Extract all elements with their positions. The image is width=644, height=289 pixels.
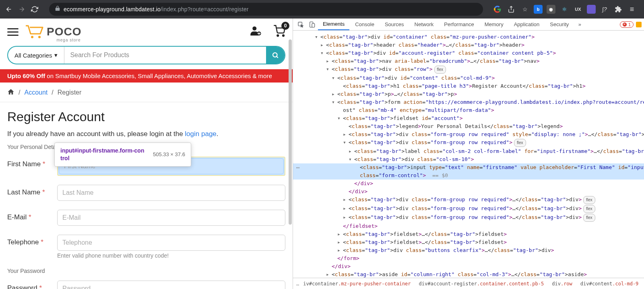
dom-line[interactable]: ▸<class="tag-br">fieldset>…</class="tag-… bbox=[293, 238, 644, 246]
breadcrumb-segment[interactable]: div#account-register.container.content.p… bbox=[419, 281, 544, 287]
dom-line[interactable]: ▾<class="tag-br">div id="account-registe… bbox=[293, 49, 644, 57]
login-page-link[interactable]: login page bbox=[185, 130, 216, 138]
tab-security[interactable]: Security bbox=[545, 19, 574, 30]
site-logo[interactable]: POCOmega store bbox=[25, 24, 81, 39]
dom-line[interactable]: ▸<class="tag-br">div class="form-group r… bbox=[293, 196, 644, 204]
tabs-overflow-icon[interactable]: » bbox=[574, 21, 585, 27]
page-scrollbar[interactable] bbox=[289, 39, 292, 225]
address-bar[interactable]: ecommerce-playground.lambdatest.io/index… bbox=[49, 3, 483, 16]
camera-icon[interactable]: ◉ bbox=[547, 5, 555, 14]
page-viewport: POCOmega store 0 All Categories▾ Upto 60… bbox=[0, 19, 293, 289]
ext-badge-1-icon[interactable]: b bbox=[534, 5, 543, 14]
telephone-input[interactable] bbox=[57, 235, 285, 251]
share-icon[interactable] bbox=[506, 4, 516, 14]
last-name-input[interactable] bbox=[57, 185, 285, 201]
dom-line[interactable]: </div> bbox=[293, 188, 644, 196]
tab-performance[interactable]: Performance bbox=[439, 19, 479, 30]
hamburger-menu[interactable] bbox=[7, 26, 19, 38]
dom-line[interactable]: ▸<class="tag-br">div class="form-group r… bbox=[293, 213, 644, 222]
dom-line[interactable]: ost" class="mb-4" enctype="multipart/for… bbox=[293, 106, 644, 114]
breadcrumb-segment[interactable]: div#content.col-md-9 bbox=[580, 281, 639, 287]
inspect-element-icon[interactable] bbox=[295, 21, 306, 28]
telephone-helper: Enter valid phone number with country co… bbox=[57, 252, 285, 259]
elements-tree[interactable]: ▾<class="tag-br">div id="container" clas… bbox=[293, 31, 644, 278]
svg-rect-9 bbox=[312, 23, 315, 27]
devtools-panel: Elements Console Sources Network Perform… bbox=[293, 19, 644, 289]
device-toggle-icon[interactable] bbox=[307, 21, 317, 28]
reload-button[interactable] bbox=[29, 4, 40, 15]
account-icon[interactable] bbox=[250, 25, 262, 39]
forward-button[interactable] bbox=[16, 4, 27, 15]
dom-line[interactable]: ▸<class="tag-br">header class="header">…… bbox=[293, 41, 644, 49]
label-email: E-Mail bbox=[7, 213, 27, 221]
dom-line[interactable]: ▾<class="tag-br">form action="https://ec… bbox=[293, 98, 644, 106]
dom-line[interactable]: <class="tag-br">input type="text" name="… bbox=[293, 163, 644, 171]
chevron-down-icon: ▾ bbox=[54, 52, 58, 59]
lock-icon bbox=[55, 6, 60, 13]
cart-button[interactable]: 0 bbox=[273, 25, 285, 39]
back-button[interactable] bbox=[3, 4, 14, 15]
email-input[interactable] bbox=[57, 210, 285, 226]
already-account-text: If you already have an account with us, … bbox=[7, 130, 285, 138]
tab-memory[interactable]: Memory bbox=[480, 19, 508, 30]
label-first-name: First Name bbox=[7, 160, 41, 168]
dom-line[interactable]: ▾<class="tag-br">div class="row">flex bbox=[293, 65, 644, 74]
url-text: ecommerce-playground.lambdatest.io/index… bbox=[64, 6, 249, 12]
dom-line[interactable]: ▾<class="tag-br">div id="content" class=… bbox=[293, 74, 644, 82]
svg-point-1 bbox=[38, 36, 41, 38]
password-input[interactable] bbox=[57, 281, 285, 289]
legend-password: Your Password bbox=[7, 268, 285, 274]
dom-line[interactable]: ▾<class="tag-br">div id="container" clas… bbox=[293, 33, 644, 41]
extensions-puzzle-icon[interactable] bbox=[613, 4, 623, 14]
dom-line[interactable]: ▸<class="tag-br">nav aria-label="breadcr… bbox=[293, 57, 644, 65]
category-select[interactable]: All Categories▾ bbox=[8, 47, 64, 64]
dom-line[interactable]: ▸<class="tag-br">div class="form-group r… bbox=[293, 130, 644, 138]
dom-line[interactable]: </form> bbox=[293, 254, 644, 262]
ux-ext-icon[interactable]: UX bbox=[573, 4, 583, 14]
svg-point-6 bbox=[273, 53, 277, 57]
dom-line[interactable]: ▾<class="tag-br">div class="form-group r… bbox=[293, 138, 644, 147]
cart-logo-icon bbox=[25, 24, 44, 39]
dom-line[interactable]: ▾<class="tag-br">div class="col-sm-10"> bbox=[293, 155, 644, 163]
tab-network[interactable]: Network bbox=[410, 19, 439, 30]
dom-line[interactable]: <class="tag-br">h1 class="page-title h3"… bbox=[293, 82, 644, 90]
bookmark-star-icon[interactable]: ☆ bbox=[520, 4, 530, 14]
search-input[interactable] bbox=[64, 47, 266, 64]
tab-console[interactable]: Console bbox=[350, 19, 379, 30]
svg-point-2 bbox=[252, 27, 256, 31]
dom-line[interactable]: ▸<class="tag-br">fieldset>…</class="tag-… bbox=[293, 230, 644, 238]
tab-application[interactable]: Application bbox=[509, 19, 545, 30]
react-ext-icon[interactable]: ⚛ bbox=[559, 4, 569, 14]
breadcrumb-register: Register bbox=[58, 89, 82, 96]
tab-sources[interactable]: Sources bbox=[380, 19, 409, 30]
breadcrumb-segment[interactable]: iv#container.mz-pure-pusher-container bbox=[303, 281, 411, 287]
dom-line[interactable]: ▸<class="tag-br">div class="buttons clea… bbox=[293, 246, 644, 254]
dom-line[interactable]: <class="tag-br">legend>Your Personal Det… bbox=[293, 122, 644, 130]
tab-elements[interactable]: Elements bbox=[318, 19, 349, 30]
dom-line[interactable]: ▸<class="tag-br">p>…</class="tag-br">p> bbox=[293, 90, 644, 98]
dom-line[interactable]: ▸<class="tag-br">label class="col-sm-2 c… bbox=[293, 147, 644, 155]
dom-line[interactable]: ▸<class="tag-br">div class="form-group r… bbox=[293, 204, 644, 213]
ext-badge-2-icon[interactable] bbox=[587, 5, 596, 14]
dom-line[interactable]: class="form-control"> == $0 bbox=[293, 171, 644, 180]
promo-banner[interactable]: Upto 60% Off on Smartbuy Mobile Accessor… bbox=[0, 69, 293, 83]
svg-point-4 bbox=[277, 35, 279, 36]
devtools-breadcrumb[interactable]: … iv#container.mz-pure-pusher-container … bbox=[293, 278, 644, 289]
google-icon[interactable] bbox=[493, 4, 502, 14]
svg-point-5 bbox=[283, 35, 284, 36]
menu-icon[interactable]: ≡ bbox=[627, 4, 637, 14]
tooltip-selector: input#input-firstname.form-control bbox=[60, 147, 145, 162]
dom-line[interactable]: ▾<class="tag-br">fieldset id="account"> bbox=[293, 114, 644, 122]
dom-line[interactable]: </fieldset> bbox=[293, 222, 644, 230]
label-password: Password bbox=[7, 284, 37, 289]
dom-line[interactable]: </div> bbox=[293, 180, 644, 188]
function-ext-icon[interactable]: ∫? bbox=[600, 4, 609, 14]
warning-badge[interactable] bbox=[636, 22, 642, 27]
error-badge[interactable]: ✕1 bbox=[620, 21, 634, 28]
dom-line[interactable]: </div> bbox=[293, 262, 644, 270]
home-icon[interactable] bbox=[7, 88, 14, 97]
breadcrumb-segment[interactable]: div.row bbox=[552, 281, 572, 287]
breadcrumb-account[interactable]: Account bbox=[24, 89, 47, 96]
dom-line[interactable]: ▸<class="tag-br">aside id="column-right"… bbox=[293, 270, 644, 278]
search-button[interactable] bbox=[266, 47, 285, 64]
